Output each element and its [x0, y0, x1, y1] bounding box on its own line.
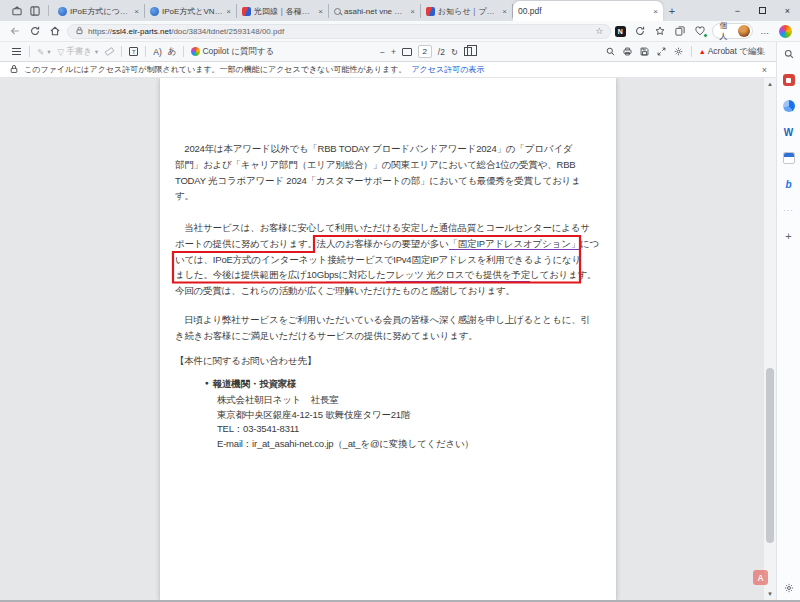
- refresh-icon[interactable]: [25, 23, 44, 40]
- tab-close-icon[interactable]: ×: [318, 7, 323, 16]
- tab-label: asahi-net vne 事業 - 検索: [344, 6, 407, 17]
- tab-close-icon[interactable]: ×: [134, 7, 139, 16]
- tab-label: 光回線｜各種サービス｜プロバイダ・イ...: [254, 6, 315, 17]
- edit-in-acrobat-button[interactable]: ▲Acrobat で編集: [699, 46, 765, 58]
- tab[interactable]: IPoE方式について｜一般社団法人 ...×: [53, 4, 145, 18]
- home-icon[interactable]: [45, 23, 64, 40]
- tab-label: 00.pdf: [518, 6, 650, 16]
- profile-label: 個人: [720, 20, 736, 42]
- bullet-icon: ●: [205, 379, 209, 386]
- scrollbar-thumb[interactable]: [766, 368, 774, 543]
- contact-line: TEL：03-3541-8311: [217, 422, 616, 437]
- lock-notification-icon: [9, 64, 19, 76]
- tab-active[interactable]: 00.pdf×: [513, 1, 663, 21]
- fullscreen-icon[interactable]: [656, 46, 667, 57]
- doc-line: ポートの提供に努めております。法人のお客様からの要望が多い「固定IPアドレスオプ…: [175, 236, 587, 252]
- contact-line: E-mail：ir_at_asahi-net.co.jp（_at_を@に変換して…: [217, 437, 616, 452]
- doc-line: いては、IPoE方式のインターネット接続サービスでIPv4固定IPアドレスを利用…: [175, 252, 587, 268]
- pdf-viewer: 2024年は本アワード以外でも「RBB TODAY ブロードバンドアワード202…: [0, 78, 776, 600]
- doc-line: 今回の受賞は、これらの活動が広くご理解いただけたものと感謝しております。: [175, 283, 587, 299]
- customize-gear-icon[interactable]: [782, 581, 796, 595]
- doc-line: ました。今後は提供範囲を広げ10Gbpsに対応したフレッツ 光クロスでも提供を予…: [175, 267, 587, 283]
- rotate-icon[interactable]: ↻: [451, 47, 458, 57]
- page-total-label: /2: [438, 47, 445, 57]
- add-text-icon[interactable]: T: [129, 47, 138, 56]
- tabs-container: IPoE方式について｜一般社団法人 ...×IPoE方式とVNEの役割×光回線｜…: [53, 0, 663, 21]
- contact-line: 東京都中央区銀座4-12-15 歌舞伎座タワー21階: [217, 408, 616, 423]
- doc-line: 当社サービスは、お客様に安心して利用いただける安定した通信品質とコールセンターに…: [175, 220, 587, 236]
- erase-icon[interactable]: [105, 49, 114, 54]
- blue-favicon-icon: [58, 7, 67, 16]
- tab-close-icon[interactable]: ×: [226, 7, 231, 16]
- logo-favicon-icon: [242, 7, 251, 16]
- tab-label: IPoE方式について｜一般社団法人 ...: [70, 6, 131, 17]
- profile-button[interactable]: 個人: [712, 23, 754, 39]
- back-icon[interactable]: [5, 23, 24, 40]
- translate-icon[interactable]: あ: [168, 46, 177, 58]
- draw-pen-icon[interactable]: ✎▼: [37, 47, 52, 57]
- add-icon[interactable]: +: [782, 229, 796, 243]
- n-extension-icon[interactable]: N: [612, 23, 628, 39]
- tab[interactable]: IPoE方式とVNEの役割×: [145, 4, 237, 18]
- essentials-status-dot: [703, 33, 708, 38]
- calendar-icon[interactable]: [782, 151, 796, 165]
- tab-bar: IPoE方式について｜一般社団法人 ...×IPoE方式とVNEの役割×光回線｜…: [0, 0, 800, 21]
- browser-essentials-icon[interactable]: [692, 23, 708, 39]
- maximize-icon: [759, 7, 766, 14]
- tab-label: お知らせ｜プロバイダ・インターネット接...: [438, 6, 499, 17]
- workspaces-icon[interactable]: [8, 3, 26, 19]
- scroll-down-icon[interactable]: ▼: [764, 591, 776, 597]
- tools-blue-icon[interactable]: [782, 99, 796, 113]
- url-text: https://ssl4.eir-parts.net/doc/3834/tdne…: [88, 27, 284, 36]
- settings-icon[interactable]: [673, 46, 684, 57]
- tab[interactable]: お知らせ｜プロバイダ・インターネット接...×: [421, 4, 513, 18]
- avatar: [738, 25, 750, 37]
- acrobat-mini-icon: ▲: [699, 48, 706, 55]
- read-aloud-icon[interactable]: A): [153, 47, 162, 57]
- tab[interactable]: 光回線｜各種サービス｜プロバイダ・イ...×: [237, 4, 329, 18]
- ask-copilot-button[interactable]: Copilot に質問する: [191, 46, 274, 58]
- new-tab-button[interactable]: +: [663, 5, 681, 17]
- page-number-input[interactable]: 2: [418, 45, 432, 58]
- favorites-bar-icon[interactable]: [652, 23, 668, 39]
- acrobat-extension-button[interactable]: A: [753, 570, 768, 585]
- bing-icon[interactable]: b: [782, 177, 796, 191]
- tab-close-icon[interactable]: ×: [502, 7, 507, 16]
- more-menu-icon[interactable]: …: [757, 23, 773, 39]
- scroll-up-icon[interactable]: ▲: [764, 81, 776, 87]
- doc-line: 日頃より弊社サービスをご利用いただいている会員の皆様へ深く感謝を申し上げるととも…: [175, 312, 587, 328]
- acrobat-red-icon[interactable]: [782, 73, 796, 87]
- contact-line: 株式会社朝日ネット 社長室: [217, 393, 616, 408]
- view-permissions-link[interactable]: アクセス許可の表示: [411, 64, 484, 75]
- tabbar-divider: [48, 5, 49, 16]
- close-button[interactable]: ×: [775, 0, 800, 21]
- copilot-button[interactable]: [777, 23, 793, 39]
- fit-page-icon[interactable]: [402, 48, 412, 56]
- tab-close-icon[interactable]: ×: [653, 7, 658, 16]
- search-document-icon[interactable]: [605, 46, 616, 57]
- highlight-tool[interactable]: ▽手書き▼: [58, 46, 100, 58]
- address-input[interactable]: https://ssl4.eir-parts.net/doc/3834/tdne…: [67, 24, 611, 39]
- notification-close-icon[interactable]: ×: [762, 65, 767, 75]
- collections-icon[interactable]: [672, 23, 688, 39]
- w-app-icon[interactable]: W: [782, 125, 796, 139]
- tab[interactable]: asahi-net vne 事業 - 検索×: [329, 4, 421, 18]
- table-of-contents-icon[interactable]: [11, 51, 22, 53]
- save-icon[interactable]: [639, 46, 650, 57]
- zoom-in-button[interactable]: +: [391, 47, 396, 57]
- favorites-star-icon[interactable]: ☆: [595, 27, 603, 36]
- tab-close-icon[interactable]: ×: [410, 7, 415, 16]
- maximize-button[interactable]: [750, 0, 775, 21]
- minimize-button[interactable]: −: [725, 0, 750, 21]
- search-icon[interactable]: [782, 47, 796, 61]
- tab-actions-icon[interactable]: [26, 3, 44, 19]
- zoom-out-button[interactable]: −: [380, 47, 385, 57]
- sync-icon[interactable]: [632, 23, 648, 39]
- page-view-icon[interactable]: [464, 47, 472, 56]
- print-icon[interactable]: [622, 46, 633, 57]
- contact-bullet-line: ●報道機関・投資家様: [205, 375, 616, 391]
- doc-line: 部門」および「キャリア部門（エリア別総合）」の関東エリアにおいて総合1位の受賞や…: [175, 157, 587, 173]
- divider-dots: ···: [782, 203, 796, 217]
- pdf-scrollbar[interactable]: ▲ ▼: [763, 78, 776, 600]
- copilot-mini-icon: [191, 47, 200, 56]
